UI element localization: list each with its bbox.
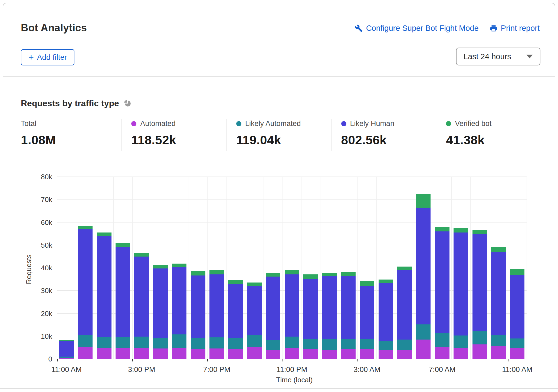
segment-automated [341,349,356,359]
bot-analytics-card: Bot Analytics Configure Super Bot Fight … [3,3,555,392]
segment-likely-human [397,270,412,340]
segment-verified-bot [454,228,468,233]
print-report-link[interactable]: Print report [490,24,540,33]
y-axis-label: 50k [20,241,52,250]
bar-4pm[interactable] [153,265,168,359]
segment-verified-bot [209,270,224,274]
bar-12am[interactable] [303,274,318,359]
segment-verified-bot [266,273,280,277]
gridline-v [245,177,245,359]
bar-11am[interactable] [510,269,524,359]
bar-9pm[interactable] [247,283,262,359]
segment-automated [491,346,506,359]
segment-likely-human [78,229,93,335]
bar-7am[interactable] [435,227,449,359]
traffic-type-stats: Total 1.08M Automated 118.52k Likely Aut… [21,119,541,151]
bar-2am[interactable] [341,272,356,359]
segment-likely-human [153,268,168,338]
segment-likely-automated [134,337,149,348]
segment-automated [303,349,318,359]
likely-human-legend-dot [341,121,346,126]
segment-likely-human [472,234,487,331]
segment-verified-bot [435,227,449,232]
gridline-v [113,177,114,359]
y-axis-label: 30k [20,286,52,295]
bar-8am[interactable] [454,228,468,359]
segment-likely-automated [416,324,431,340]
bar-5am[interactable] [397,267,412,359]
segment-likely-human [379,283,393,341]
bar-11pm[interactable] [285,270,299,359]
segment-likely-human [228,284,243,338]
segment-likely-automated [228,338,243,349]
segment-likely-automated [285,337,299,348]
segment-automated [379,350,393,359]
bar-9am[interactable] [472,230,487,359]
gridline-v [207,177,208,359]
x-axis-tick [357,359,358,361]
bar-10am[interactable] [491,247,506,359]
bar-1pm[interactable] [97,232,111,359]
segment-verified-bot [341,272,356,276]
segment-verified-bot [153,265,168,268]
bar-11am[interactable] [59,340,74,359]
bar-6pm[interactable] [191,271,205,359]
bar-10pm[interactable] [266,273,280,359]
segment-likely-human [435,231,449,333]
time-range-value: Last 24 hours [464,52,511,61]
segment-likely-human [97,236,111,337]
segment-verified-bot [97,232,111,236]
bar-12pm[interactable] [78,226,93,359]
segment-likely-automated [247,335,262,347]
segment-likely-automated [397,340,412,350]
segment-verified-bot [360,281,374,286]
segment-automated [134,348,149,359]
verified-bot-legend-dot [446,121,451,126]
segment-automated [416,340,431,359]
chevron-down-icon [526,55,533,58]
bar-3pm[interactable] [134,253,149,359]
segment-likely-human [285,274,299,337]
segment-likely-automated [153,338,168,349]
gridline-h [57,199,527,200]
bar-3am[interactable] [360,281,374,359]
segment-verified-bot [303,274,318,278]
segment-automated [285,348,299,359]
segment-likely-human [172,267,186,334]
automated-legend-dot [131,121,136,126]
bar-6am[interactable] [416,194,431,359]
gridline-v [283,177,283,359]
bar-2pm[interactable] [116,243,130,359]
segment-likely-human [322,276,337,339]
bar-7pm[interactable] [209,270,224,359]
x-axis-label: 11:00 PM [268,365,316,374]
segment-verified-bot [510,269,524,275]
bar-1am[interactable] [322,273,337,359]
bar-4am[interactable] [379,280,393,359]
configure-super-bot-fight-mode-link[interactable]: Configure Super Bot Fight Mode [355,24,479,33]
segment-automated [322,350,337,359]
x-axis-tick [207,359,208,361]
x-axis-tick [57,359,58,361]
bar-5pm[interactable] [172,264,186,359]
segment-verified-bot [116,243,130,247]
stat-label: Likely Automated [245,119,301,128]
add-filter-button[interactable]: + Add filter [21,49,74,65]
time-range-select[interactable]: Last 24 hours [456,48,540,65]
segment-likely-automated [97,337,111,348]
segment-verified-bot [78,226,93,229]
segment-verified-bot [379,280,393,283]
segment-automated [397,350,412,359]
stat-automated: Automated 118.52k [121,119,226,151]
y-axis-label: 80k [20,172,52,181]
gridline-v [170,177,170,359]
bar-8pm[interactable] [228,280,243,359]
configure-link-label: Configure Super Bot Fight Mode [366,24,479,33]
add-filter-label: Add filter [37,53,67,62]
segment-likely-automated [360,339,374,349]
segment-likely-human [266,277,280,340]
segment-likely-automated [303,339,318,349]
stat-label: Automated [140,119,176,128]
gridline-v [451,177,452,359]
segment-verified-bot [472,230,487,234]
